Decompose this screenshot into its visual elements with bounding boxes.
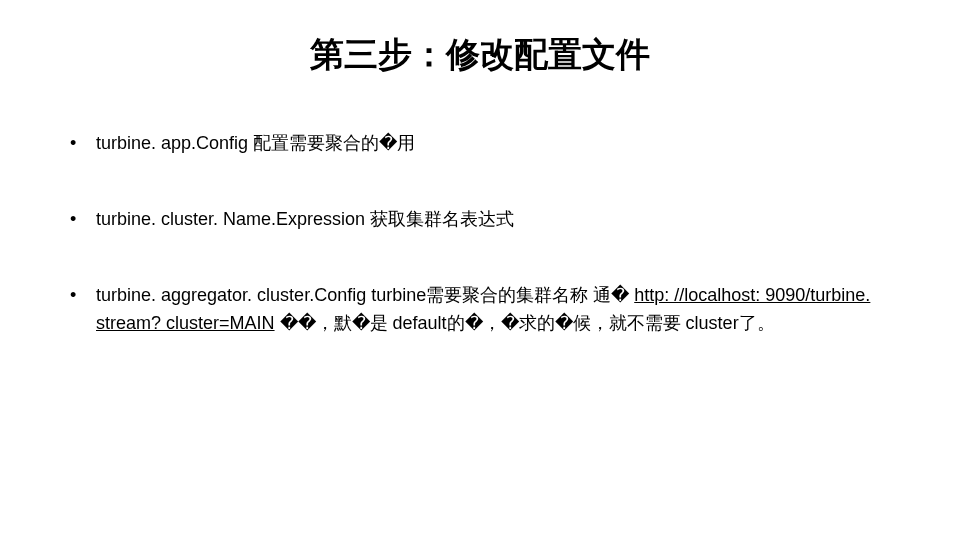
list-item: turbine. app.Config 配置需要聚合的�用 <box>60 130 900 158</box>
bullet-text-3a: turbine需要聚合的集群名称 通� <box>366 285 634 305</box>
list-item: turbine. cluster. Name.Expression 获取集群名表… <box>60 206 900 234</box>
bullet-list: turbine. app.Config 配置需要聚合的�用 turbine. c… <box>60 130 900 338</box>
bullet-text-2: 获取集群名表达式 <box>365 209 514 229</box>
slide-container: 第三步：修改配置文件 turbine. app.Config 配置需要聚合的�用… <box>0 0 960 540</box>
slide-content: turbine. app.Config 配置需要聚合的�用 turbine. c… <box>60 130 900 338</box>
config-key-3: turbine. aggregator. cluster.Config <box>96 285 366 305</box>
bullet-text-3b: ��，默�是 default的�，�求的�候，就不需要 cluster了。 <box>275 313 775 333</box>
config-key-2: turbine. cluster. Name.Expression <box>96 209 365 229</box>
slide-title: 第三步：修改配置文件 <box>60 32 900 78</box>
config-key-1: turbine. app.Config <box>96 133 248 153</box>
bullet-text-1: 配置需要聚合的�用 <box>248 133 415 153</box>
list-item: turbine. aggregator. cluster.Config turb… <box>60 282 900 338</box>
